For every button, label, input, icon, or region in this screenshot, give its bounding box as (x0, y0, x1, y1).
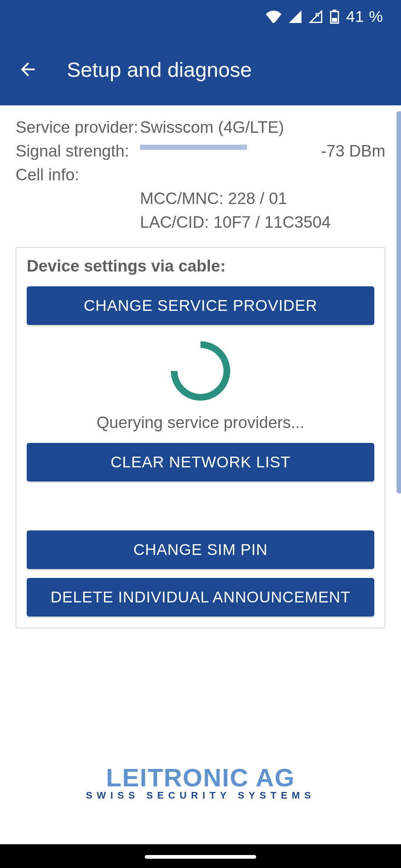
gap (27, 490, 374, 530)
signal-roaming-icon: R (309, 10, 323, 23)
value-laccid: LAC/CID: 10F7 / 11C3504 (140, 211, 385, 233)
brand-line2: SWISS SECURITY SYSTEMS (0, 790, 401, 801)
spinner-area: Querying service providers... (27, 334, 374, 432)
card-title: Device settings via cable: (27, 257, 374, 275)
spinner-icon (159, 329, 242, 413)
device-settings-card: Device settings via cable: CHANGE SERVIC… (16, 247, 385, 628)
content: Service provider: Swisscom (4G/LTE) Sign… (0, 105, 401, 628)
value-signal-dbm: -73 DBm (321, 140, 385, 162)
scrollbar[interactable] (397, 111, 401, 493)
delete-individual-announcement-button[interactable]: DELETE INDIVIDUAL ANNOUNCEMENT (27, 578, 374, 617)
info-grid: Service provider: Swisscom (4G/LTE) Sign… (16, 116, 385, 233)
signal-bar (140, 140, 321, 162)
nav-pill[interactable] (145, 855, 256, 859)
back-button[interactable] (15, 56, 41, 82)
change-service-provider-button[interactable]: CHANGE SERVICE PROVIDER (27, 286, 374, 325)
label-signal: Signal strength: (16, 140, 140, 162)
querying-text: Querying service providers... (27, 413, 374, 432)
page-title: Setup and diagnose (67, 57, 252, 82)
label-cellinfo: Cell info: (16, 164, 140, 185)
brand-line1: LEITRONIC AG (0, 763, 401, 792)
app-bar: Setup and diagnose (0, 33, 401, 105)
battery-icon (330, 10, 339, 24)
label-provider: Service provider: (16, 116, 140, 138)
value-provider: Swisscom (4G/LTE) (140, 116, 385, 138)
battery-percent: 41 % (346, 8, 383, 26)
clear-network-list-button[interactable]: CLEAR NETWORK LIST (27, 443, 374, 481)
svg-text:R: R (316, 11, 320, 18)
change-sim-pin-button[interactable]: CHANGE SIM PIN (27, 530, 374, 569)
cellinfo-spacer (140, 164, 385, 185)
status-bar: R 41 % (0, 0, 401, 33)
svg-rect-3 (332, 18, 337, 22)
value-mccmnc: MCC/MNC: 228 / 01 (140, 188, 385, 209)
wifi-icon (266, 10, 281, 23)
signal-icon (288, 10, 302, 23)
brand-logo: LEITRONIC AG SWISS SECURITY SYSTEMS (0, 763, 401, 801)
android-nav-bar (0, 844, 401, 868)
